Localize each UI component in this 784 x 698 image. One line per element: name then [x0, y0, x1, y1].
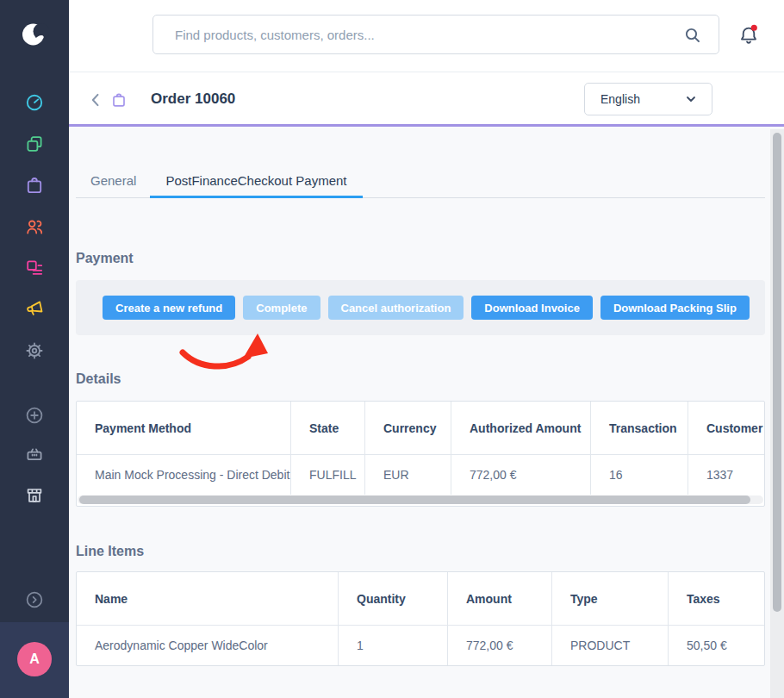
page-title: Order 10060: [151, 90, 235, 108]
details-header-row: Payment Method State Currency Authorized…: [77, 402, 764, 454]
user-avatar[interactable]: A: [17, 642, 52, 676]
marketing-icon[interactable]: [24, 299, 45, 320]
shopware-admin-screen: A: [0, 0, 784, 698]
payment-actions-panel: Create a new refund Complete Cancel auth…: [76, 280, 765, 335]
payment-details-table: Payment Method State Currency Authorized…: [76, 401, 765, 507]
line-items-table: Name Quantity Amount Type Taxes Aerodyna…: [76, 571, 765, 666]
cell-taxes: 50,50 €: [669, 625, 764, 665]
payment-section-heading: Payment: [76, 251, 134, 266]
order-bag-icon: [110, 91, 128, 109]
order-detail-content: General PostFinanceCheckout Payment Paym…: [69, 129, 770, 698]
col-type: Type: [552, 572, 669, 625]
tab-general[interactable]: General: [90, 165, 136, 198]
col-transaction: Transaction: [591, 402, 688, 454]
col-amount: Amount: [448, 572, 552, 625]
create-refund-button[interactable]: Create a new refund: [103, 296, 235, 320]
details-section-heading: Details: [76, 371, 121, 387]
line-item-row: Aerodynamic Copper WideColor 1 772,00 € …: [77, 625, 764, 665]
cell-currency: EUR: [365, 454, 451, 495]
notifications-button[interactable]: [737, 24, 760, 47]
search-input[interactable]: [153, 16, 719, 53]
cancel-authorization-button[interactable]: Cancel authorization: [328, 296, 464, 320]
scrollbar-thumb[interactable]: [79, 495, 750, 504]
col-quantity: Quantity: [339, 572, 448, 625]
language-selector[interactable]: English: [584, 83, 712, 115]
details-data-row: Main Mock Processing - Direct Debit FULF…: [77, 454, 764, 495]
red-arrow-annotation: [172, 329, 276, 381]
tab-bar: General PostFinanceCheckout Payment: [76, 165, 765, 198]
cell-authorized-amount: 772,00 €: [451, 454, 591, 495]
details-horizontal-scrollbar[interactable]: [77, 495, 764, 506]
chevron-down-icon: [684, 92, 698, 106]
cell-customer: 1337: [688, 454, 764, 495]
products-icon[interactable]: [24, 134, 45, 154]
global-search[interactable]: [152, 15, 719, 54]
avatar-letter: A: [29, 651, 40, 667]
expand-sidebar-icon[interactable]: [24, 589, 45, 610]
cell-quantity: 1: [339, 625, 448, 665]
cell-name: Aerodynamic Copper WideColor: [77, 625, 339, 665]
col-currency: Currency: [365, 402, 451, 454]
page-vertical-scrollbar[interactable]: [770, 129, 784, 698]
tab-postfinancecheckout-payment[interactable]: PostFinanceCheckout Payment: [150, 165, 362, 198]
smart-bar: Order 10060 English: [69, 72, 784, 127]
complete-button[interactable]: Complete: [243, 296, 320, 320]
shopware-logo-icon[interactable]: [20, 20, 49, 49]
line-items-header-row: Name Quantity Amount Type Taxes: [77, 572, 764, 625]
col-state: State: [291, 402, 365, 454]
cell-type: PRODUCT: [552, 625, 669, 665]
customers-icon[interactable]: [24, 216, 45, 237]
cell-state: FULFILL: [291, 454, 365, 495]
cell-transaction: 16: [591, 454, 688, 495]
line-items-section-heading: Line Items: [76, 544, 144, 559]
add-module-icon[interactable]: [24, 405, 45, 426]
cell-amount: 772,00 €: [448, 625, 552, 665]
col-customer: Customer: [688, 402, 764, 454]
search-icon: [682, 25, 703, 46]
back-button[interactable]: [88, 92, 103, 108]
language-value: English: [600, 92, 684, 106]
col-taxes: Taxes: [669, 572, 764, 625]
content-icon[interactable]: [24, 258, 45, 278]
vscrollbar-thumb[interactable]: [773, 133, 781, 612]
dashboard-icon[interactable]: [24, 92, 45, 113]
col-authorized-amount: Authorized Amount: [451, 402, 591, 454]
download-invoice-button[interactable]: Download Invoice: [471, 296, 593, 320]
cell-payment-method: Main Mock Processing - Direct Debit: [77, 454, 291, 495]
download-packing-slip-button[interactable]: Download Packing Slip: [600, 296, 750, 320]
col-name: Name: [77, 572, 339, 625]
topbar: [69, 0, 784, 72]
basket-icon[interactable]: [24, 444, 45, 464]
sidebar-user-section: A: [0, 622, 69, 698]
storefront-icon[interactable]: [24, 485, 45, 506]
col-payment-method: Payment Method: [77, 402, 291, 454]
orders-icon[interactable]: [24, 175, 45, 196]
settings-icon[interactable]: [24, 340, 45, 361]
notification-dot: [751, 25, 757, 31]
sidebar: A: [0, 0, 69, 698]
